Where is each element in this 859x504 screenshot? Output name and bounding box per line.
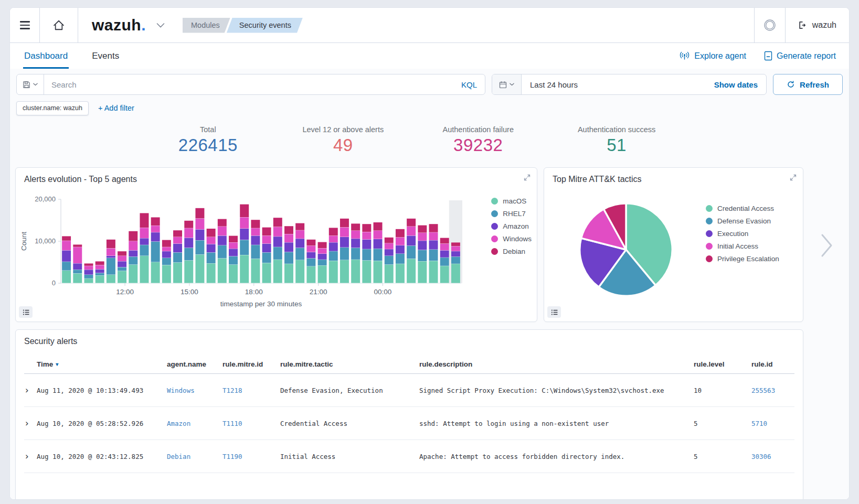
bar-segment-RHEL7[interactable] [284,252,293,264]
bar-segment-Amazon[interactable] [396,245,405,254]
legend-item-Windows[interactable]: Windows [491,235,532,243]
bar-segment-RHEL7[interactable] [418,250,427,261]
cell-rule-id-link[interactable]: 5710 [751,420,794,427]
show-dates-button[interactable]: Show dates [714,80,766,89]
app-switcher-chevron-down-icon[interactable] [151,8,170,42]
bar-segment-Debian[interactable] [140,213,149,228]
bar-segment-macOS[interactable] [84,278,93,283]
bar-segment-Amazon[interactable] [218,236,227,245]
user-menu[interactable]: wazuh [786,8,849,42]
bar-segment-RHEL7[interactable] [396,254,405,264]
bar-segment-macOS[interactable] [451,264,460,283]
bar-segment-Amazon[interactable] [362,240,371,249]
bar-segment-macOS[interactable] [207,263,216,283]
bar-segment-macOS[interactable] [295,260,304,283]
generate-report-button[interactable]: Generate report [764,51,836,61]
bar-segment-Amazon[interactable] [151,232,160,241]
bar-segment-Windows[interactable] [306,246,315,252]
bar-segment-Amazon[interactable] [262,244,271,252]
bar-segment-Amazon[interactable] [129,251,137,257]
bar-segment-Windows[interactable] [240,217,249,228]
bar-segment-Debian[interactable] [107,240,115,248]
bar-segment-Debian[interactable] [62,236,71,240]
bar-segment-Debian[interactable] [251,220,260,228]
cell-rule-id-link[interactable]: 30306 [751,453,794,460]
explore-agent-button[interactable]: Explore agent [679,51,746,61]
bar-segment-RHEL7[interactable] [340,248,349,260]
bar-segment-RHEL7[interactable] [229,256,238,265]
bar-segment-Debian[interactable] [96,261,104,265]
bar-segment-RHEL7[interactable] [251,245,260,259]
bar-segment-Windows[interactable] [73,247,82,263]
bar-segment-macOS[interactable] [318,265,327,283]
column-header-rule-id[interactable]: rule.id [751,360,794,368]
bar-segment-Debian[interactable] [118,251,126,255]
bar-segment-RHEL7[interactable] [151,242,160,262]
bar-segment-Windows[interactable] [318,249,327,254]
bar-segment-Debian[interactable] [229,236,238,242]
bar-segment-macOS[interactable] [107,275,115,283]
bar-segment-RHEL7[interactable] [162,258,171,265]
bar-segment-Windows[interactable] [262,236,271,244]
bar-segment-macOS[interactable] [340,260,349,283]
bar-segment-macOS[interactable] [273,260,282,283]
bar-segment-Windows[interactable] [385,243,394,249]
bar-segment-Amazon[interactable] [429,240,438,249]
bar-segment-macOS[interactable] [251,259,260,283]
bar-segment-Amazon[interactable] [118,261,126,267]
legend-item-Defense Evasion[interactable]: Defense Evasion [706,217,779,225]
bar-segment-Windows[interactable] [440,244,449,250]
bar-segment-Amazon[interactable] [385,249,394,255]
bar-segment-Debian[interactable] [451,242,460,246]
bar-segment-Windows[interactable] [295,230,304,239]
bar-segment-macOS[interactable] [195,255,204,283]
bar-segment-Amazon[interactable] [318,254,327,260]
bar-segment-Amazon[interactable] [407,236,416,246]
bar-segment-RHEL7[interactable] [429,250,438,261]
bar-segment-Debian[interactable] [329,228,338,235]
stat-value[interactable]: 51 [578,135,655,155]
bar-segment-RHEL7[interactable] [318,260,327,265]
bar-segment-Debian[interactable] [84,263,93,265]
menu-hamburger-icon[interactable] [10,8,39,42]
bar-segment-RHEL7[interactable] [295,248,304,260]
bar-segment-Debian[interactable] [240,205,249,217]
time-range-value[interactable]: Last 24 hours [522,80,578,89]
bar-segment-macOS[interactable] [118,271,126,283]
bar-segment-RHEL7[interactable] [407,246,416,259]
legend-item-Privilege Escalation[interactable]: Privilege Escalation [706,255,779,263]
bar-segment-Debian[interactable] [318,242,327,249]
bar-segment-RHEL7[interactable] [451,257,460,264]
bar-segment-macOS[interactable] [129,265,137,283]
bar-segment-Windows[interactable] [273,227,282,237]
tab-events[interactable]: Events [91,43,120,69]
bar-segment-macOS[interactable] [329,261,338,283]
legend-item-Debian[interactable]: Debian [491,248,532,255]
bar-segment-RHEL7[interactable] [262,253,271,263]
bar-segment-Windows[interactable] [229,242,238,249]
quick-select-date-button[interactable] [492,74,522,94]
bar-segment-macOS[interactable] [73,274,82,283]
bar-segment-RHEL7[interactable] [96,273,104,275]
column-header-rule-mitre-id[interactable]: rule.mitre.id [222,360,280,368]
saved-queries-button[interactable] [17,74,44,94]
kql-toggle[interactable]: KQL [453,80,485,89]
bar-segment-Debian[interactable] [73,244,82,246]
cell-agent-name-link[interactable]: Amazon [167,420,222,427]
bar-segment-Amazon[interactable] [195,230,204,240]
legend-item-RHEL7[interactable]: RHEL7 [491,210,532,218]
bar-segment-Debian[interactable] [184,221,193,228]
bar-segment-Windows[interactable] [151,226,160,232]
bar-segment-Debian[interactable] [284,226,293,234]
bar-segment-macOS[interactable] [262,263,271,283]
bar-segment-RHEL7[interactable] [84,275,93,278]
legend-item-Amazon[interactable]: Amazon [491,222,532,230]
bar-segment-Windows[interactable] [329,236,338,242]
bar-segment-Windows[interactable] [340,228,349,237]
expand-panel-button[interactable] [790,174,797,181]
bar-segment-RHEL7[interactable] [385,256,394,264]
bar-segment-Debian[interactable] [162,240,171,247]
bar-segment-Amazon[interactable] [440,251,449,258]
stat-value[interactable]: 39232 [443,135,514,155]
bar-segment-Amazon[interactable] [351,239,360,248]
